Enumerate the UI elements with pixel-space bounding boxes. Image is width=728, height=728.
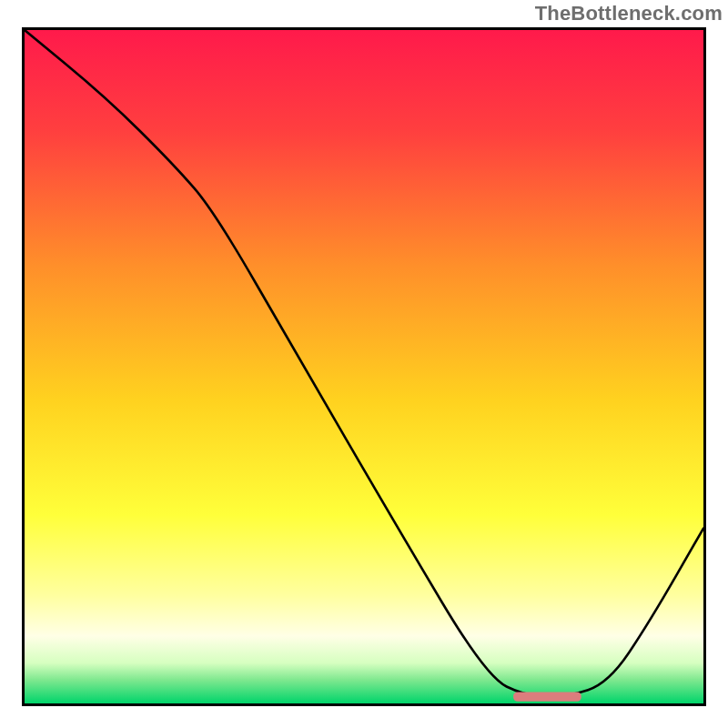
- plot-frame: [22, 27, 706, 706]
- optimal-marker: [25, 30, 703, 703]
- svg-rect-1: [513, 692, 581, 701]
- watermark-text: TheBottleneck.com: [535, 2, 723, 25]
- chart-container: TheBottleneck.com: [0, 0, 728, 728]
